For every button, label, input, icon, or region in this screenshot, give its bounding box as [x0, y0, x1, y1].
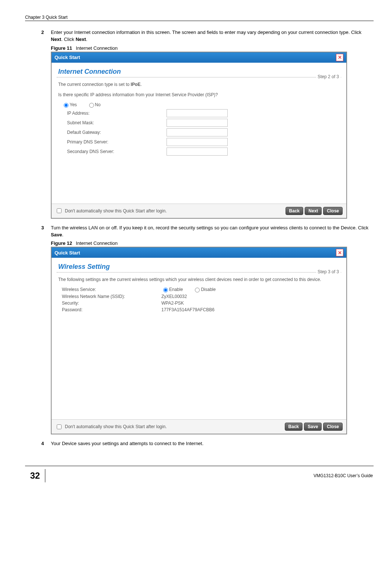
- wireless-desc: The following settings are the current w…: [58, 276, 341, 283]
- panel-title-internet-connection: Internet Connection: [58, 68, 341, 76]
- quick-start-dialog-2: Quick Start ✕ Wireless Setting Step 3 of…: [51, 247, 347, 434]
- wireless-service-label: Wireless Service:: [62, 287, 161, 292]
- step-4: 4 Your Device saves your settings and at…: [41, 440, 374, 447]
- step-2-text-a: Enter your Internet connection informati…: [51, 30, 361, 35]
- step-2-number: 2: [41, 29, 51, 43]
- ssid-value: ZyXEL00032: [161, 294, 187, 299]
- ssid-label: Wireless Network Name (SSID):: [62, 294, 161, 299]
- chapter-header: Chapter 3 Quick Start: [25, 15, 374, 21]
- subnet-mask-input[interactable]: [167, 119, 228, 127]
- radio-enable-label: Enable: [169, 287, 183, 292]
- connection-type-value: IPoE: [131, 82, 141, 87]
- radio-disable[interactable]: [195, 288, 200, 292]
- divider: Step 2 of 3: [57, 77, 341, 77]
- figure-11-title: Internet Connection: [76, 45, 118, 51]
- default-gateway-label: Default Gateway:: [67, 130, 167, 135]
- auto-show-label-2: Don't automatically show this Quick Star…: [65, 424, 167, 429]
- secondary-dns-input[interactable]: [167, 148, 228, 156]
- step-2-text: Enter your Internet connection informati…: [51, 29, 374, 43]
- page-footer: 32 VMG1312-B10C User’s Guide: [25, 466, 374, 482]
- figure-11-number: Figure 11: [51, 45, 72, 51]
- primary-dns-label: Primary DNS Server:: [67, 139, 167, 145]
- dialog-title-text: Quick Start: [55, 55, 80, 60]
- figure-12-caption: Figure 12Internet Connection: [51, 240, 374, 246]
- next-button[interactable]: Next: [305, 207, 322, 215]
- close-icon[interactable]: ✕: [336, 54, 343, 61]
- radio-yes[interactable]: [64, 103, 69, 108]
- divider: Step 3 of 3: [57, 272, 341, 273]
- guide-name: VMG1312-B10C User’s Guide: [45, 473, 374, 478]
- back-button-2[interactable]: Back: [285, 423, 303, 431]
- password-value: 177F3A1514AF79AFCBB6: [161, 307, 214, 312]
- step-4-text: Your Device saves your settings and atte…: [51, 440, 374, 447]
- subnet-mask-label: Subnet Mask:: [67, 120, 167, 125]
- step-2-bold2: Next: [76, 37, 86, 42]
- password-label: Password:: [62, 307, 161, 312]
- figure-12-title: Internet Connection: [76, 240, 118, 246]
- step-3: 3 Turn the wireless LAN on or off. If yo…: [41, 225, 374, 239]
- panel-title-wireless-setting: Wireless Setting: [58, 263, 341, 271]
- step-indicator-2: Step 3 of 3: [316, 269, 340, 274]
- step-3-bold1: Save: [51, 232, 62, 237]
- security-label: Security:: [62, 301, 161, 306]
- connection-type-b: .: [140, 82, 141, 87]
- step-3-number: 3: [41, 225, 51, 239]
- step-indicator: Step 2 of 3: [316, 74, 340, 79]
- step-3-text: Turn the wireless LAN on or off. If you …: [51, 225, 374, 239]
- quick-start-dialog-1: Quick Start ✕ Internet Connection Step 2…: [51, 52, 347, 219]
- step-3-text-b: .: [62, 232, 63, 237]
- dialog2-title-text: Quick Start: [55, 250, 80, 256]
- security-value: WPA2-PSK: [161, 301, 184, 306]
- secondary-dns-label: Secondary DNS Server:: [67, 149, 167, 154]
- radio-yes-label: Yes: [70, 102, 77, 107]
- radio-enable[interactable]: [163, 288, 168, 292]
- auto-show-checkbox[interactable]: [57, 208, 62, 213]
- ip-address-input[interactable]: [167, 109, 228, 117]
- radio-no-label: No: [95, 102, 101, 107]
- step-2-text-c: .: [86, 37, 87, 42]
- connection-type-sentence: The current connection type is set to IP…: [58, 81, 341, 88]
- step-2-text-b: . Click: [61, 37, 76, 42]
- back-button[interactable]: Back: [286, 207, 304, 215]
- figure-11-caption: Figure 11Internet Connection: [51, 45, 374, 51]
- auto-show-checkbox-2[interactable]: [57, 424, 62, 429]
- auto-show-label: Don't automatically show this Quick Star…: [65, 208, 167, 214]
- dialog2-titlebar: Quick Start ✕: [52, 247, 346, 258]
- step-2: 2 Enter your Internet connection informa…: [41, 29, 374, 43]
- page-number: 32: [25, 469, 45, 482]
- step-3-text-a: Turn the wireless LAN on or off. If you …: [51, 225, 368, 230]
- isp-question: Is there specific IP address information…: [58, 91, 341, 98]
- close-button[interactable]: Close: [323, 207, 343, 215]
- primary-dns-input[interactable]: [167, 138, 228, 146]
- ip-address-label: IP Address:: [67, 111, 167, 116]
- connection-type-a: The current connection type is set to: [58, 82, 131, 87]
- step-2-bold1: Next: [51, 37, 61, 42]
- radio-no[interactable]: [89, 103, 94, 108]
- dialog-titlebar: Quick Start ✕: [52, 52, 346, 63]
- close-icon[interactable]: ✕: [336, 249, 343, 256]
- save-button[interactable]: Save: [304, 423, 322, 431]
- close-button-2[interactable]: Close: [323, 423, 343, 431]
- default-gateway-input[interactable]: [167, 128, 228, 136]
- step-4-number: 4: [41, 440, 51, 447]
- figure-12-number: Figure 12: [51, 240, 72, 246]
- radio-disable-label: Disable: [201, 287, 216, 292]
